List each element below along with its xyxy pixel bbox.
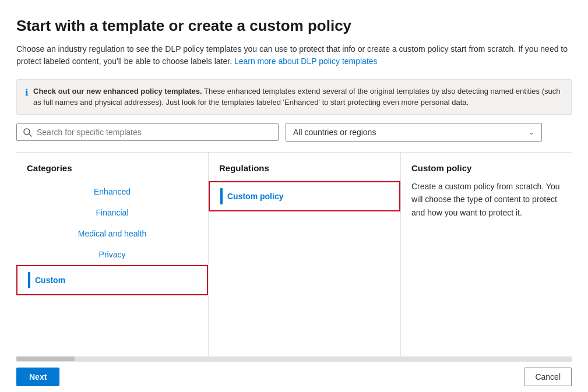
info-banner: ℹ Check out our new enhanced policy temp… (16, 79, 572, 115)
category-item-medical[interactable]: Medical and health (16, 223, 208, 244)
page-description: Choose an industry regulation to see the… (16, 43, 572, 68)
search-icon (23, 128, 32, 137)
next-button[interactable]: Next (16, 368, 59, 386)
category-item-enhanced[interactable]: Enhanced (16, 181, 208, 202)
category-custom-label: Custom (35, 276, 65, 285)
regulations-column: Regulations Custom policy (209, 153, 401, 356)
search-box (16, 123, 279, 141)
categories-header: Categories (16, 163, 208, 181)
svg-line-1 (29, 134, 31, 136)
detail-text: Create a custom policy from scratch. You… (411, 180, 561, 219)
category-item-financial[interactable]: Financial (16, 202, 208, 223)
learn-more-link[interactable]: Learn more about DLP policy templates (234, 56, 378, 66)
scroll-thumb[interactable] (16, 356, 75, 361)
detail-column: Custom policy Create a custom policy fro… (401, 153, 572, 356)
three-column-layout: Categories Enhanced Financial Medical an… (16, 152, 572, 356)
category-item-privacy[interactable]: Privacy (16, 244, 208, 265)
regulation-custom-policy-label: Custom policy (227, 192, 283, 201)
country-dropdown[interactable]: All countries or regions ⌄ (286, 123, 542, 142)
detail-header: Custom policy (411, 163, 561, 173)
regulation-selected-bar (220, 188, 223, 204)
regulations-header: Regulations (209, 163, 400, 181)
info-icon: ℹ (25, 86, 29, 100)
bottom-bar: Next Cancel (16, 361, 572, 392)
chevron-down-icon: ⌄ (529, 128, 534, 136)
page-title: Start with a template or create a custom… (16, 16, 572, 36)
categories-column: Categories Enhanced Financial Medical an… (16, 153, 209, 356)
search-row: All countries or regions ⌄ (16, 123, 572, 142)
cancel-button[interactable]: Cancel (524, 368, 572, 386)
regulation-item-custom-policy[interactable]: Custom policy (209, 181, 400, 211)
category-item-custom[interactable]: Custom (16, 265, 208, 295)
dropdown-value: All countries or regions (293, 128, 376, 137)
search-input[interactable] (37, 128, 272, 137)
horizontal-scrollbar[interactable] (16, 356, 572, 361)
selected-indicator-bar (28, 272, 30, 288)
